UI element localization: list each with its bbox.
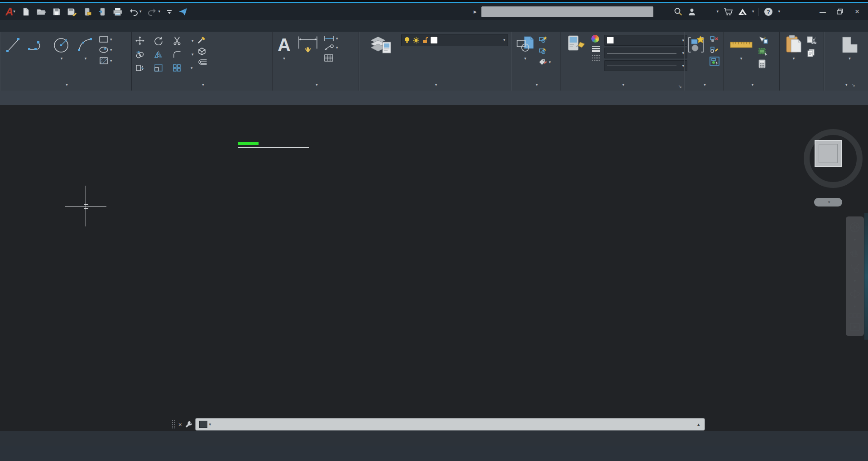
panel-label-utilities[interactable]: ▾ [724, 80, 779, 91]
polyline-button[interactable] [25, 34, 48, 57]
cut-button[interactable] [806, 36, 816, 44]
insert-button[interactable]: ▾ [514, 34, 537, 62]
app-menu-button[interactable]: A ▾ [5, 6, 16, 18]
drawing-canvas[interactable]: ▾ ▾ ▾ ▾ × ▾ ▲ [0, 105, 868, 431]
search-input[interactable] [481, 6, 653, 17]
chevron-down-icon[interactable]: ▾ [854, 238, 856, 242]
select-similar-button[interactable] [758, 48, 768, 56]
save-as-button[interactable] [66, 6, 78, 18]
command-window-icon[interactable] [199, 421, 207, 428]
open-drawing-button[interactable] [35, 6, 47, 18]
move-button[interactable] [135, 36, 148, 45]
erase-button[interactable] [197, 36, 207, 44]
quick-calculator-button[interactable] [758, 59, 768, 68]
line-button[interactable] [4, 34, 23, 57]
redo-button[interactable]: ▾ [146, 6, 161, 18]
command-customize-wrench-icon[interactable] [185, 420, 193, 428]
undo-button[interactable]: ▾ [128, 6, 143, 18]
fillet-button[interactable]: ▾ [173, 50, 194, 58]
panel-label-properties[interactable]: ▾ [561, 80, 684, 91]
command-input[interactable]: ▾ ▲ [196, 418, 705, 430]
measure-button[interactable]: ▾ [727, 34, 755, 62]
dimension-button[interactable] [295, 34, 321, 57]
edit-block-button[interactable] [538, 47, 551, 54]
share-button[interactable] [177, 6, 189, 18]
chevron-down-icon[interactable]: ▾ [716, 10, 719, 14]
base-button[interactable]: ▾ [838, 34, 862, 62]
linetype-dropdown[interactable]: ▾ [604, 60, 687, 71]
table-button[interactable] [324, 54, 338, 62]
chevron-down-icon[interactable]: ▾ [854, 279, 856, 283]
group-button[interactable] [686, 34, 708, 57]
autodesk-logo-icon[interactable] [738, 7, 748, 16]
paste-button[interactable]: ▾ [783, 34, 804, 62]
panel-label-layers[interactable]: ▾ [359, 80, 511, 91]
explode-button[interactable] [197, 47, 207, 55]
viewcube-top-face[interactable] [815, 140, 842, 167]
panel-label-annotation[interactable]: ▾ [273, 80, 359, 91]
navigation-wheel-icon[interactable] [849, 221, 861, 233]
chevron-down-icon[interactable]: ▾ [209, 422, 211, 427]
panel-label-clipboard[interactable] [780, 80, 824, 91]
cart-icon[interactable] [723, 7, 733, 16]
text-button[interactable]: A ▾ [276, 34, 292, 62]
scale-button[interactable] [154, 64, 166, 72]
panel-label-block[interactable]: ▾ [511, 80, 560, 91]
show-motion-icon[interactable] [850, 323, 860, 331]
trim-button[interactable]: ▾ [173, 36, 194, 45]
panel-label-draw[interactable]: ▾ [0, 80, 131, 91]
new-drawing-button[interactable] [20, 6, 31, 18]
zoom-icon[interactable] [849, 263, 861, 274]
rewind-frames-icon[interactable] [849, 313, 861, 318]
lineweight-dropdown[interactable]: ▾ [604, 48, 687, 58]
linetype-icon[interactable] [591, 55, 600, 62]
plot-button[interactable] [112, 6, 124, 18]
ungroup-button[interactable] [710, 36, 719, 43]
panel-label-groups[interactable]: ▾ [684, 80, 723, 91]
command-dock-grip[interactable] [172, 420, 176, 428]
search-collapse-icon[interactable]: ▶ [474, 10, 477, 14]
linear-dimension-button[interactable]: ▾ [324, 36, 338, 41]
layer-properties-button[interactable] [363, 34, 398, 57]
orbit-icon[interactable] [849, 288, 861, 300]
match-properties-button[interactable] [564, 34, 588, 57]
ellipse-tool-button[interactable]: ▾ [99, 46, 112, 53]
minimize-button[interactable]: — [816, 6, 829, 18]
pan-hand-icon[interactable] [849, 246, 861, 258]
object-color-dropdown[interactable]: ▾ [604, 35, 687, 46]
wcs-menu[interactable]: ▾ [814, 198, 842, 206]
group-edit-button[interactable] [710, 46, 719, 53]
navigation-bar[interactable]: ▾ ▾ ▾ [846, 216, 864, 336]
edit-attributes-button[interactable]: ▾ [538, 58, 551, 66]
create-block-button[interactable] [538, 36, 551, 43]
rotate-button[interactable] [154, 36, 166, 45]
copy-button[interactable] [135, 50, 148, 58]
customize-qat-button[interactable] [165, 6, 173, 18]
help-icon[interactable]: ? [763, 7, 773, 17]
command-history-up-icon[interactable]: ▲ [696, 422, 701, 427]
panel-launcher-icon[interactable]: ↘ [678, 84, 682, 89]
save-button[interactable] [51, 6, 62, 18]
save-to-web-mobile-button[interactable] [97, 6, 108, 18]
leader-button[interactable]: ▾ [324, 44, 338, 51]
mirror-button[interactable] [154, 50, 166, 58]
chevron-down-icon[interactable]: ▾ [752, 10, 754, 14]
restore-button[interactable] [834, 6, 846, 18]
open-from-web-mobile-button[interactable] [82, 6, 93, 18]
offset-button[interactable] [197, 58, 207, 66]
layer-select-dropdown[interactable]: ▾ [401, 34, 508, 46]
chevron-down-icon[interactable]: ▾ [778, 10, 780, 14]
panel-label-modify[interactable]: ▾ [132, 80, 272, 91]
lineweight-icon[interactable] [591, 45, 600, 52]
panel-label-view[interactable]: ▾↘ [824, 80, 868, 91]
hatch-tool-button[interactable]: ▾ [99, 57, 112, 65]
search-icon[interactable] [674, 7, 683, 16]
chevron-down-icon[interactable]: ▾ [854, 304, 856, 308]
arc-button[interactable]: ▾ [75, 34, 96, 62]
group-selection-toggle[interactable] [710, 57, 719, 66]
command-close-icon[interactable]: × [178, 421, 182, 428]
stretch-button[interactable] [135, 64, 148, 72]
close-button[interactable]: × [851, 6, 863, 18]
rectangle-tool-button[interactable]: ▾ [99, 36, 112, 43]
circle-button[interactable]: ▾ [51, 34, 72, 62]
